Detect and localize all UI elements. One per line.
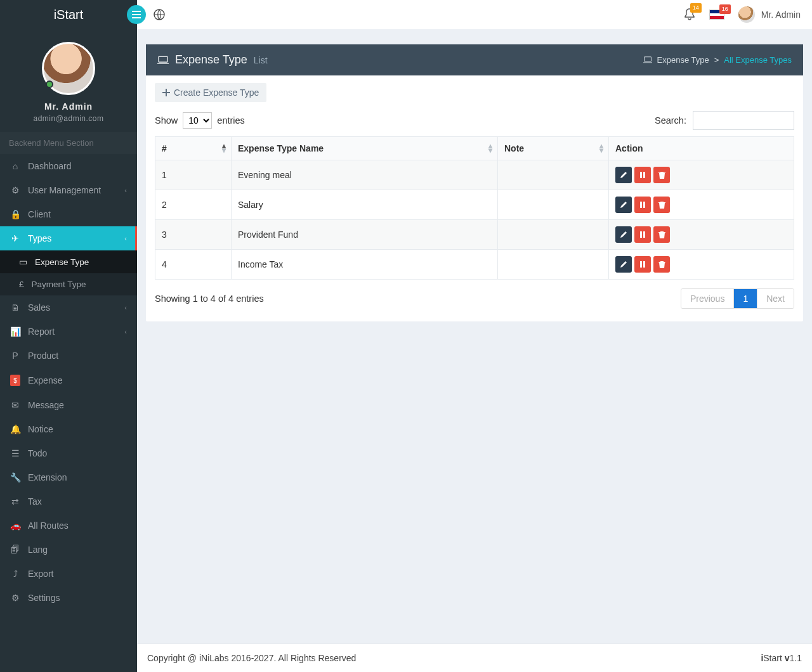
nav-user-management[interactable]: ⚙User Management‹ [0,178,137,202]
breadcrumb-sep: > [714,55,719,65]
nav-notice[interactable]: 🔔Notice [0,417,137,441]
delete-button[interactable] [653,256,670,273]
col-name[interactable]: Expense Type Name▴▾ [232,137,498,160]
lang-badge: 16 [719,4,731,14]
svg-rect-8 [643,231,645,238]
nav-report[interactable]: 📊Report‹ [0,320,137,344]
topbar-right: 14 16 Mr. Admin [684,6,812,23]
nav-label: Notice [28,424,53,434]
nav-client[interactable]: 🔒Client [0,202,137,226]
datatable-top-controls: Show 10 entries Search: [155,111,794,130]
cell-name: Salary [232,190,498,220]
avatar [42,42,95,95]
cell-id: 1 [155,160,232,190]
nav-product[interactable]: PProduct [0,344,137,368]
cell-action [609,190,794,220]
footer-version: iStart v1.1 [761,653,802,663]
subnav-payment-type[interactable]: £Payment Type [0,273,137,295]
gear-icon: ⚙ [10,593,20,603]
sort-icon: ▴▾ [599,144,603,153]
lock-icon: 🔒 [10,209,20,219]
nav-label: Dashboard [28,161,72,171]
nav-lang[interactable]: 🗐Lang [0,538,137,562]
expense-icon: $ [10,375,20,386]
nav-label: Export [28,569,53,579]
globe-icon [154,9,165,20]
pager-next[interactable]: Next [757,289,794,308]
chevron-left-icon: ‹ [124,186,127,194]
delete-button[interactable] [653,226,670,243]
sidebar-toggle-button[interactable] [127,5,146,24]
edit-button[interactable] [615,226,632,243]
wrench-icon: 🔧 [10,472,20,482]
edit-button[interactable] [615,197,632,213]
create-expense-type-button[interactable]: Create Expense Type [155,83,266,102]
search-input[interactable] [693,111,794,130]
card-icon: ▭ [19,257,27,267]
nav-settings[interactable]: ⚙Settings [0,586,137,610]
svg-rect-9 [640,261,642,268]
trash-icon [658,231,665,238]
show-label-pre: Show [155,115,178,126]
nav-label: Sales [28,302,50,313]
subnav-expense-type[interactable]: ▭Expense Type [0,250,137,273]
status-dot-icon [46,81,53,88]
pager: Previous 1 Next [681,288,794,309]
cell-id: 3 [155,220,232,250]
col-id[interactable]: #▴▾ [155,137,232,160]
pause-button[interactable] [634,226,651,243]
edit-button[interactable] [615,256,632,273]
col-note[interactable]: Note▴▾ [498,137,609,160]
svg-rect-2 [644,57,651,61]
pause-icon [639,261,646,268]
nav-expense[interactable]: $Expense [0,368,137,393]
footer: Copyright @ iNiLabs 2016-2027. All Right… [137,643,812,672]
pause-button[interactable] [634,167,651,183]
arrow-icon: ✈ [10,233,20,243]
language-button[interactable]: 16 [709,10,724,20]
user-name-label: Mr. Admin [761,10,801,20]
th-label: Note [504,143,524,153]
nav-message[interactable]: ✉Message [0,393,137,417]
nav-extension[interactable]: 🔧Extension [0,465,137,489]
notifications-button[interactable]: 14 [684,8,695,21]
cell-id: 2 [155,190,232,220]
nav-export[interactable]: ⤴Export [0,562,137,586]
nav-dashboard[interactable]: ⌂Dashboard [0,154,137,178]
pager-page-1[interactable]: 1 [733,289,757,308]
search-label: Search: [655,115,686,126]
nav-tax[interactable]: ⇄Tax [0,489,137,514]
user-menu[interactable]: Mr. Admin [738,6,801,23]
delete-button[interactable] [653,197,670,213]
sort-icon: ▴▾ [488,144,492,153]
brand[interactable]: iStart [0,0,137,29]
breadcrumb-parent[interactable]: Expense Type [657,55,709,65]
car-icon: 🚗 [10,520,20,531]
pencil-icon [620,201,627,209]
edit-button[interactable] [615,167,632,183]
panel-body: Create Expense Type Show 10 entries Sear… [146,75,803,321]
nav-sales[interactable]: 🗎Sales‹ [0,295,137,320]
cell-name: Income Tax [232,250,498,280]
user-panel: Mr. Admin admin@admin.com [0,29,137,132]
breadcrumb-current[interactable]: All Expense Types [724,55,792,65]
pause-button[interactable] [634,256,651,273]
list-icon: ☰ [10,448,20,458]
page-length-select[interactable]: 10 [183,112,212,129]
nav-todo[interactable]: ☰Todo [0,441,137,465]
pause-button[interactable] [634,197,651,213]
nav-types[interactable]: ✈Types‹ [0,226,137,250]
table-info: Showing 1 to 4 of 4 entries [155,294,264,304]
nav-label: Todo [28,448,47,458]
chevron-left-icon: ‹ [124,304,127,311]
pencil-icon [620,261,627,268]
table-row: 4Income Tax [155,250,794,280]
page-title-text: Expense Type [175,53,247,67]
globe-button[interactable] [154,9,165,20]
pager-previous[interactable]: Previous [681,289,733,308]
cell-action [609,220,794,250]
chevron-left-icon: ‹ [124,328,127,335]
main: Expense Type List Expense Type > All Exp… [137,0,812,672]
delete-button[interactable] [653,167,670,183]
nav-all-routes[interactable]: 🚗All Routes [0,514,137,538]
